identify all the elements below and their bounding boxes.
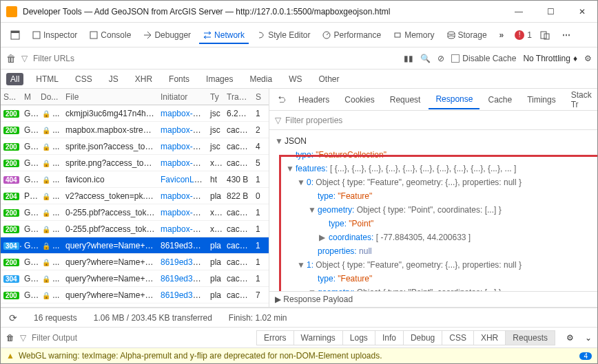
tree-node[interactable]: type: "Feature" bbox=[275, 189, 592, 203]
tree-node[interactable]: ▼geometry: Object { type: "Point", coord… bbox=[275, 203, 592, 217]
table-row[interactable]: 304GE🔒 ...query?where=Name+IS+N8619ed37-… bbox=[1, 237, 269, 254]
tree-node[interactable]: ▶coordinates: [ -77.884305, 44.200633 ] bbox=[275, 231, 592, 244]
table-row[interactable]: 404GE🔒 ...favicon.icoFaviconLoa...ht430 … bbox=[1, 171, 269, 188]
tree-node[interactable]: ▼1: Object { type: "Feature", geometry: … bbox=[275, 258, 592, 272]
tab-css[interactable]: CSS bbox=[442, 330, 474, 345]
tree-node[interactable]: ▼features: [ {...}, {...}, {...}, {...},… bbox=[275, 162, 592, 175]
svg-rect-3 bbox=[90, 32, 97, 39]
tree-node[interactable]: type: "Feature" bbox=[275, 272, 592, 286]
subtab-cache[interactable]: Cache bbox=[481, 91, 519, 109]
table-row[interactable]: 200GE🔒 ...mapbox.mapbox-streets-v8mapbox… bbox=[1, 122, 269, 138]
table-row[interactable]: 304GE🔒 ...query?where=Name+IS+N8619ed37-… bbox=[1, 270, 269, 287]
console-settings-button[interactable]: ⚙ bbox=[566, 333, 574, 343]
type-xhr[interactable]: XHR bbox=[131, 73, 156, 85]
settings-button[interactable]: ⚙ bbox=[584, 54, 592, 63]
tree-node[interactable]: type: "Point" bbox=[275, 217, 592, 231]
table-row[interactable]: 204PC🔒 ...v2?access_token=pk.eyJ1Ijmapbo… bbox=[1, 188, 269, 204]
details-back-button[interactable]: ⮌ bbox=[274, 92, 290, 107]
type-media[interactable]: Media bbox=[245, 73, 276, 85]
type-html[interactable]: HTML bbox=[32, 73, 63, 85]
status-requests: 16 requests bbox=[34, 313, 77, 323]
filter-icon: ▽ bbox=[20, 333, 26, 343]
tab-memory[interactable]: Memory bbox=[389, 28, 438, 43]
col-domain[interactable]: Do... bbox=[38, 92, 63, 102]
type-fonts[interactable]: Fonts bbox=[165, 73, 194, 85]
col-trans[interactable]: Tran... bbox=[224, 92, 253, 102]
subtab-response[interactable]: Response bbox=[429, 90, 480, 109]
table-row[interactable]: 200GE🔒 ...0-255.pbf?access_token=pmapbox… bbox=[1, 204, 269, 221]
message-count-badge: 4 bbox=[579, 352, 592, 360]
type-js[interactable]: JS bbox=[105, 73, 123, 85]
col-type[interactable]: Ty bbox=[207, 92, 224, 102]
table-row[interactable]: 200GE🔒 ...sprite.png?access_token=pmapbo… bbox=[1, 155, 269, 171]
tab-requests[interactable]: Requests bbox=[505, 330, 555, 345]
tree-node[interactable]: ▼0: Object { type: "Feature", geometry: … bbox=[275, 175, 592, 189]
tabs-overflow-button[interactable]: » bbox=[495, 28, 508, 43]
tab-debug[interactable]: Debug bbox=[403, 330, 442, 345]
clear-button[interactable]: 🗑 bbox=[6, 53, 16, 64]
tab-storage[interactable]: Storage bbox=[443, 28, 491, 43]
block-button[interactable]: ⊘ bbox=[437, 54, 444, 63]
json-tree: ▼JSON type: "FeatureCollection" ▼feature… bbox=[275, 134, 592, 291]
tab-performance[interactable]: Performance bbox=[318, 28, 385, 43]
col-initiator[interactable]: Initiator bbox=[158, 92, 207, 102]
disable-cache-toggle[interactable]: Disable Cache bbox=[451, 54, 516, 63]
tree-node[interactable]: properties: null bbox=[275, 244, 592, 258]
console-clear-button[interactable]: 🗑 bbox=[6, 333, 14, 343]
subtab-request[interactable]: Request bbox=[383, 91, 428, 109]
menu-button[interactable]: ⋯ bbox=[558, 28, 575, 43]
tab-logs[interactable]: Logs bbox=[342, 330, 375, 345]
filter-urls-input[interactable] bbox=[33, 54, 398, 63]
filter-icon: ▽ bbox=[275, 116, 281, 125]
reload-button[interactable]: ⟳ bbox=[9, 312, 17, 323]
tree-node[interactable]: ▼JSON bbox=[275, 134, 592, 148]
type-css[interactable]: CSS bbox=[71, 73, 96, 85]
subtab-stack[interactable]: Stack Tr bbox=[564, 89, 597, 114]
console-close-button[interactable]: ⌄ bbox=[585, 333, 592, 343]
tab-inspector[interactable]: Inspector bbox=[28, 28, 81, 43]
type-ws[interactable]: WS bbox=[285, 73, 306, 85]
svg-rect-5 bbox=[395, 33, 400, 37]
console-filter-input[interactable] bbox=[32, 333, 135, 343]
tab-styleeditor[interactable]: Style Editor bbox=[253, 28, 314, 43]
subtab-timings[interactable]: Timings bbox=[520, 91, 563, 109]
tab-info[interactable]: Info bbox=[375, 330, 404, 345]
maximize-button[interactable]: ☐ bbox=[541, 5, 560, 19]
type-images[interactable]: Images bbox=[202, 73, 237, 85]
close-button[interactable]: ✕ bbox=[573, 5, 592, 19]
col-status[interactable]: S... bbox=[1, 92, 21, 102]
response-payload-toggle[interactable]: ▶ Response Payload bbox=[269, 291, 597, 307]
tab-console[interactable]: Console bbox=[85, 28, 135, 43]
tab-debugger[interactable]: Debugger bbox=[139, 28, 195, 43]
table-row[interactable]: 200GE🔒 ...ckmjpi3uc6mg417n4haddnmapbox-g… bbox=[1, 105, 269, 122]
type-all[interactable]: All bbox=[6, 73, 23, 85]
search-button[interactable]: 🔍 bbox=[420, 54, 431, 63]
tree-node[interactable]: type: "FeatureCollection" bbox=[275, 148, 592, 162]
col-method[interactable]: M bbox=[21, 92, 38, 102]
svg-point-7 bbox=[448, 36, 455, 39]
type-other[interactable]: Other bbox=[314, 73, 343, 85]
table-row[interactable]: 200GE🔒 ...query?where=Name+IS+N8619ed37-… bbox=[1, 287, 269, 303]
table-row[interactable]: 200GE🔒 ...query?where=Name+IS+N8619ed37-… bbox=[1, 254, 269, 270]
table-row[interactable]: 200GE🔒 ...0-255.pbf?access_token=pmapbox… bbox=[1, 221, 269, 237]
col-size[interactable]: S bbox=[253, 92, 267, 102]
tree-node[interactable]: ▼geometry: Object { type: "Point", coord… bbox=[275, 286, 592, 291]
throttling-select[interactable]: No Throttling♦ bbox=[523, 54, 577, 63]
responsive-button[interactable] bbox=[536, 28, 554, 43]
error-indicator[interactable]: !1 bbox=[515, 30, 532, 40]
tab-network[interactable]: Network bbox=[199, 28, 249, 44]
minimize-button[interactable]: — bbox=[509, 5, 528, 19]
svg-rect-1 bbox=[11, 31, 19, 33]
console-message[interactable]: ▲ WebGL warning: texImage: Alpha-premult… bbox=[1, 348, 597, 363]
pause-button[interactable]: ▮▮ bbox=[404, 54, 413, 63]
subtab-cookies[interactable]: Cookies bbox=[338, 91, 381, 109]
subtab-headers[interactable]: Headers bbox=[291, 91, 336, 109]
console-category-tabs: Errors Warnings Logs Info Debug CSS XHR … bbox=[257, 330, 555, 345]
table-row[interactable]: 200GE🔒 ...sprite.json?access_token=pmapb… bbox=[1, 138, 269, 155]
dock-button[interactable] bbox=[6, 28, 24, 43]
tab-errors[interactable]: Errors bbox=[256, 330, 294, 345]
tab-warnings[interactable]: Warnings bbox=[293, 330, 343, 345]
tab-xhr[interactable]: XHR bbox=[473, 330, 506, 345]
filter-properties[interactable]: ▽ Filter properties bbox=[269, 111, 597, 130]
col-file[interactable]: File bbox=[63, 92, 158, 102]
